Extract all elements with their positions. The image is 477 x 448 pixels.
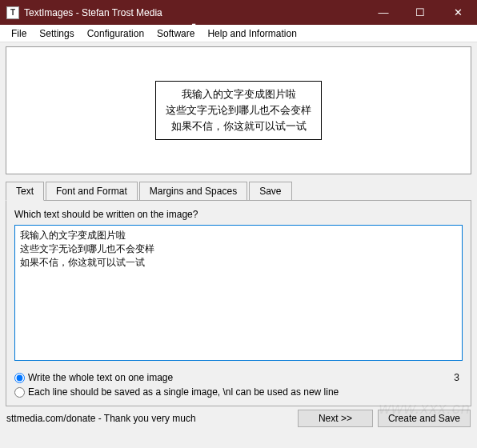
footer: sttmedia.com/donate - Thank you very muc… (0, 406, 477, 427)
tab-text[interactable]: Text (6, 182, 44, 201)
tab-font-and-format[interactable]: Font and Format (46, 182, 138, 201)
preview-line-3: 如果不信，你这就可以试一试 (166, 118, 311, 134)
window-title: TextImages - Stefan Trost Media (24, 7, 365, 18)
preview-line-2: 这些文字无论到哪儿也不会变样 (166, 102, 311, 118)
menu-software[interactable]: Software (150, 26, 201, 41)
next-button[interactable]: Next >> (298, 410, 373, 427)
tab-strip: Text Font and Format Margins and Spaces … (6, 181, 471, 200)
window-controls: — ☐ ✕ (365, 0, 477, 25)
radio-each-line[interactable] (14, 387, 25, 398)
menu-settings[interactable]: Settings (33, 26, 80, 41)
radio-each-line-label: Each line should be saved as a single im… (28, 386, 339, 398)
create-and-save-button[interactable]: Create and Save (378, 410, 471, 427)
close-button[interactable]: ✕ (439, 0, 477, 25)
maximize-button[interactable]: ☐ (402, 0, 439, 25)
titlebar: T TextImages - Stefan Trost Media — ☐ ✕ (0, 0, 477, 25)
menu-help[interactable]: Help and Information (201, 26, 303, 41)
radio-whole-text[interactable] (14, 373, 25, 383)
menubar: File Settings Configuration Software Hel… (0, 25, 477, 42)
radio-each-line-row: Each line should be saved as a single im… (14, 386, 463, 398)
radio-whole-text-row: Write the whole text on one image (14, 372, 463, 383)
footer-text: sttmedia.com/donate - Thank you very muc… (6, 413, 298, 424)
tab-panel-text: Which text should be written on the imag… (6, 200, 471, 406)
menu-file[interactable]: File (5, 26, 33, 41)
preview-line-1: 我输入的文字变成图片啦 (166, 86, 311, 102)
preview-text-box: 我输入的文字变成图片啦 这些文字无论到哪儿也不会变样 如果不信，你这就可以试一试 (155, 81, 322, 140)
tab-save[interactable]: Save (249, 182, 291, 201)
radio-whole-text-label: Write the whole text on one image (28, 372, 173, 383)
text-input[interactable] (14, 225, 463, 361)
tab-margins-and-spaces[interactable]: Margins and Spaces (139, 182, 247, 201)
app-icon: T (6, 6, 19, 19)
input-question-label: Which text should be written on the imag… (14, 209, 463, 220)
minimize-button[interactable]: — (365, 0, 402, 25)
preview-area: 我输入的文字变成图片啦 这些文字无论到哪儿也不会变样 如果不信，你这就可以试一试 (6, 46, 471, 174)
line-count: 3 (454, 372, 459, 383)
menu-configuration[interactable]: Configuration (81, 26, 150, 41)
